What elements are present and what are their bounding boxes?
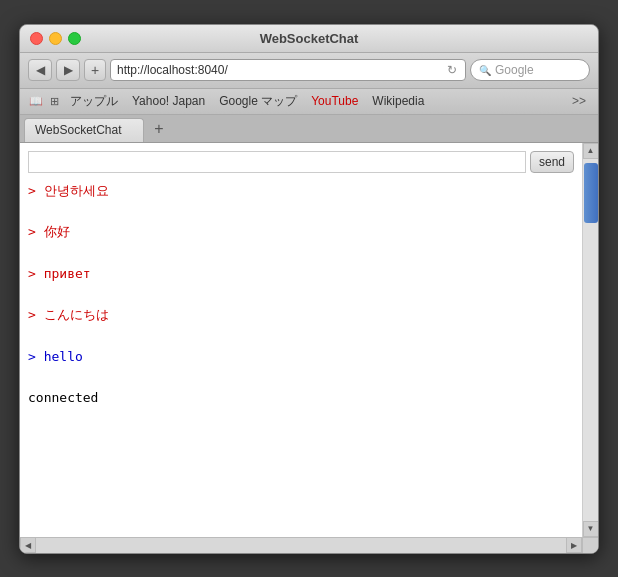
- search-icon: 🔍: [479, 65, 491, 76]
- traffic-lights: [30, 32, 81, 45]
- reading-list-icon[interactable]: 📖: [28, 93, 44, 109]
- message-2: > 你好: [28, 222, 574, 243]
- message-1: > 안녕하세요: [28, 181, 574, 202]
- search-bar[interactable]: 🔍 Google: [470, 59, 590, 81]
- bookmark-wikipedia[interactable]: Wikipedia: [366, 92, 430, 110]
- chat-input[interactable]: [28, 151, 526, 173]
- bookmark-youtube[interactable]: YouTube: [305, 92, 364, 110]
- back-button[interactable]: ◀: [28, 59, 52, 81]
- window-title: WebSocketChat: [260, 31, 359, 46]
- new-tab-button[interactable]: +: [84, 59, 106, 81]
- scroll-left-button[interactable]: ◀: [20, 537, 36, 553]
- tab-label: WebSocketChat: [35, 123, 122, 137]
- title-bar: WebSocketChat: [20, 25, 598, 53]
- reload-button[interactable]: ↻: [445, 63, 459, 77]
- page-content: send > 안녕하세요 > 你好 > привет > こんにちは > hel…: [20, 143, 582, 537]
- h-scrollbar-track: [36, 538, 566, 553]
- message-4: > こんにちは: [28, 305, 574, 326]
- search-placeholder: Google: [495, 63, 534, 77]
- scroll-right-button[interactable]: ▶: [566, 537, 582, 553]
- bookmark-yahoo[interactable]: Yahoo! Japan: [126, 92, 211, 110]
- scroll-down-button[interactable]: ▼: [583, 521, 599, 537]
- input-row: send: [28, 151, 574, 173]
- message-3: > привет: [28, 264, 574, 285]
- address-bar[interactable]: http://localhost:8040/ ↻: [110, 59, 466, 81]
- scrollbar-track[interactable]: [583, 159, 598, 521]
- address-text: http://localhost:8040/: [117, 63, 441, 77]
- maximize-button[interactable]: [68, 32, 81, 45]
- active-tab[interactable]: WebSocketChat: [24, 118, 144, 142]
- vertical-scrollbar[interactable]: ▲ ▼: [582, 143, 598, 537]
- scrollbar-corner: [582, 537, 598, 553]
- bookmarks-bar: 📖 ⊞ アップル Yahoo! Japan Google マップ YouTube…: [20, 89, 598, 115]
- minimize-button[interactable]: [49, 32, 62, 45]
- new-tab-plus-button[interactable]: +: [148, 118, 170, 140]
- bookmarks-more-button[interactable]: >>: [568, 92, 590, 110]
- tabs-bar: WebSocketChat +: [20, 115, 598, 143]
- browser-window: WebSocketChat ◀ ▶ + http://localhost:804…: [19, 24, 599, 554]
- chat-messages: > 안녕하세요 > 你好 > привет > こんにちは > hello co…: [28, 181, 574, 529]
- bookmark-apple[interactable]: アップル: [64, 91, 124, 112]
- scroll-up-button[interactable]: ▲: [583, 143, 599, 159]
- forward-button[interactable]: ▶: [56, 59, 80, 81]
- send-button[interactable]: send: [530, 151, 574, 173]
- message-connected: connected: [28, 388, 574, 409]
- bookmark-google-maps[interactable]: Google マップ: [213, 91, 303, 112]
- message-5: > hello: [28, 347, 574, 368]
- toolbar: ◀ ▶ + http://localhost:8040/ ↻ 🔍 Google: [20, 53, 598, 89]
- scrollbar-thumb[interactable]: [584, 163, 598, 223]
- horizontal-scrollbar[interactable]: ◀ ▶: [20, 537, 598, 553]
- bookmarks-icon[interactable]: ⊞: [46, 93, 62, 109]
- close-button[interactable]: [30, 32, 43, 45]
- content-area: send > 안녕하세요 > 你好 > привет > こんにちは > hel…: [20, 143, 598, 537]
